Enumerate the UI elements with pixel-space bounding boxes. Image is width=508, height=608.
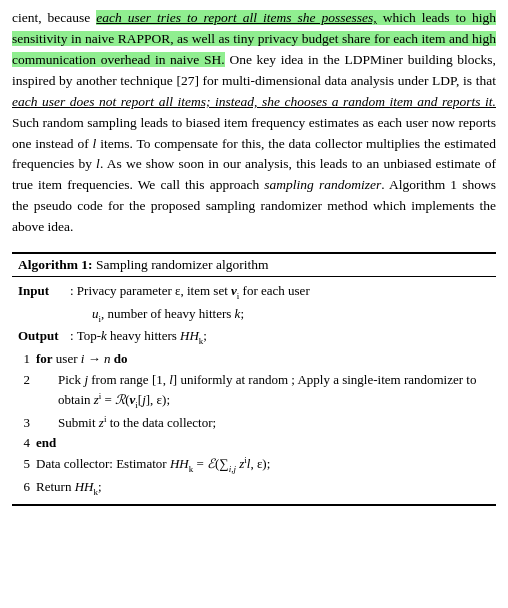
line-num-4: 4 (18, 433, 36, 454)
line-num-3: 3 (18, 413, 36, 434)
algorithm-body: Input : Privacy parameter ε, item set vi… (12, 277, 496, 503)
algo-line-6: 6 Return HHk; (18, 477, 490, 500)
line-num-2: 2 (18, 370, 36, 391)
algo-line-4: 4 end (18, 433, 490, 454)
input-content: : Privacy parameter ε, item set vi for e… (70, 281, 490, 304)
algo-line-1: 1 for user i → n do (18, 349, 490, 370)
l-italic-1: l (93, 136, 97, 151)
output-line: Output : Top-k heavy hitters HHk; (18, 326, 490, 349)
input-content2: ui, number of heavy hitters k; (70, 304, 490, 327)
highlighted-italic-text-1: each user tries to report all items she … (96, 10, 376, 25)
algo-line-3: 3 Submit zi to the data collector; (18, 413, 490, 434)
line-1-content: for user i → n do (36, 349, 490, 369)
text-such-random: Such random sampling leads to biased ite… (12, 115, 496, 235)
output-label: Output (18, 326, 70, 347)
algo-line-5: 5 Data collector: Estimator HHk = ℰ(∑i,j… (18, 454, 490, 477)
line-num-1: 1 (18, 349, 36, 370)
line-5-content: Data collector: Estimator HHk = ℰ(∑i,j z… (36, 454, 490, 477)
input-line2: ui, number of heavy hitters k; (18, 304, 490, 327)
output-content: : Top-k heavy hitters HHk; (70, 326, 490, 349)
line-6-content: Return HHk; (36, 477, 490, 500)
l-italic-2: l (96, 156, 100, 171)
main-paragraph: cient, because each user tries to report… (12, 8, 496, 238)
italic-underline-text: each user does not report all items; ins… (12, 94, 496, 109)
line-num-5: 5 (18, 454, 36, 475)
algo-line-2: 2 Pick j from range [1, l] uniformly at … (18, 370, 490, 413)
input-line: Input : Privacy parameter ε, item set vi… (18, 281, 490, 304)
line-2-content: Pick j from range [1, l] uniformly at ra… (36, 370, 490, 413)
text-start: cient, because (12, 10, 96, 25)
input-label: Input (18, 281, 70, 302)
algorithm-name: Sampling randomizer algorithm (96, 257, 268, 272)
algorithm-title-bar: Algorithm 1: Sampling randomizer algorit… (12, 254, 496, 277)
sampling-randomizer-italic: sampling randomizer (264, 177, 381, 192)
line-3-content: Submit zi to the data collector; (36, 413, 490, 433)
algorithm-label: Algorithm 1: (18, 257, 93, 272)
line-4-content: end (36, 433, 490, 453)
line-num-6: 6 (18, 477, 36, 498)
algorithm-box: Algorithm 1: Sampling randomizer algorit… (12, 252, 496, 505)
